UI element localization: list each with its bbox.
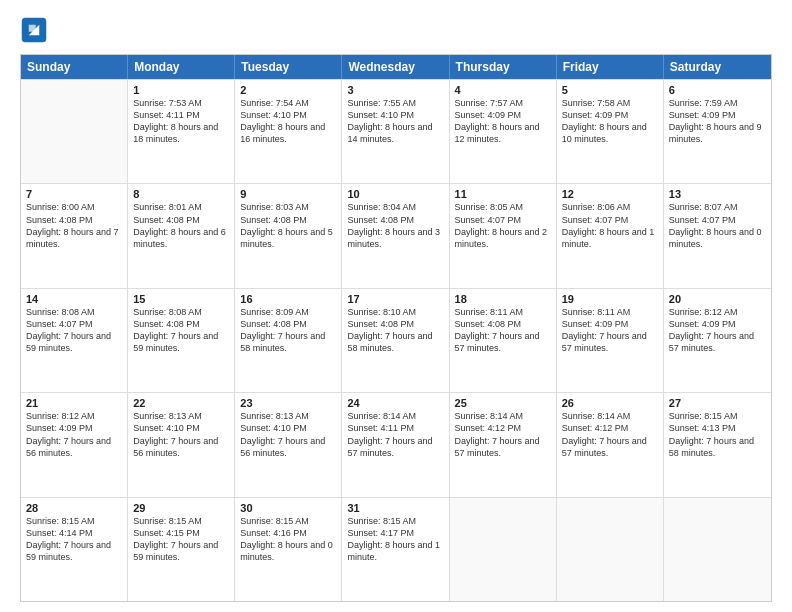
day-number: 17: [347, 293, 443, 305]
logo-icon: [20, 16, 48, 44]
day-info: Sunrise: 7:55 AMSunset: 4:10 PMDaylight:…: [347, 97, 443, 146]
day-info: Sunrise: 8:14 AMSunset: 4:12 PMDaylight:…: [455, 410, 551, 459]
calendar-cell: 5Sunrise: 7:58 AMSunset: 4:09 PMDaylight…: [557, 80, 664, 183]
day-number: 3: [347, 84, 443, 96]
calendar-cell: 27Sunrise: 8:15 AMSunset: 4:13 PMDayligh…: [664, 393, 771, 496]
day-number: 28: [26, 502, 122, 514]
calendar-row: 7Sunrise: 8:00 AMSunset: 4:08 PMDaylight…: [21, 183, 771, 287]
calendar-cell: 19Sunrise: 8:11 AMSunset: 4:09 PMDayligh…: [557, 289, 664, 392]
day-info: Sunrise: 8:15 AMSunset: 4:13 PMDaylight:…: [669, 410, 766, 459]
calendar-cell: 18Sunrise: 8:11 AMSunset: 4:08 PMDayligh…: [450, 289, 557, 392]
day-number: 31: [347, 502, 443, 514]
calendar-cell: 6Sunrise: 7:59 AMSunset: 4:09 PMDaylight…: [664, 80, 771, 183]
day-info: Sunrise: 8:09 AMSunset: 4:08 PMDaylight:…: [240, 306, 336, 355]
day-info: Sunrise: 8:13 AMSunset: 4:10 PMDaylight:…: [133, 410, 229, 459]
calendar-cell: [664, 498, 771, 601]
day-info: Sunrise: 8:14 AMSunset: 4:11 PMDaylight:…: [347, 410, 443, 459]
calendar-cell: 10Sunrise: 8:04 AMSunset: 4:08 PMDayligh…: [342, 184, 449, 287]
day-number: 4: [455, 84, 551, 96]
day-info: Sunrise: 8:03 AMSunset: 4:08 PMDaylight:…: [240, 201, 336, 250]
day-number: 26: [562, 397, 658, 409]
day-number: 5: [562, 84, 658, 96]
day-number: 24: [347, 397, 443, 409]
day-info: Sunrise: 8:11 AMSunset: 4:08 PMDaylight:…: [455, 306, 551, 355]
day-info: Sunrise: 8:04 AMSunset: 4:08 PMDaylight:…: [347, 201, 443, 250]
calendar-cell: 7Sunrise: 8:00 AMSunset: 4:08 PMDaylight…: [21, 184, 128, 287]
calendar-cell: 11Sunrise: 8:05 AMSunset: 4:07 PMDayligh…: [450, 184, 557, 287]
calendar-cell: 15Sunrise: 8:08 AMSunset: 4:08 PMDayligh…: [128, 289, 235, 392]
calendar-row: 14Sunrise: 8:08 AMSunset: 4:07 PMDayligh…: [21, 288, 771, 392]
calendar-cell: 2Sunrise: 7:54 AMSunset: 4:10 PMDaylight…: [235, 80, 342, 183]
day-number: 8: [133, 188, 229, 200]
day-number: 19: [562, 293, 658, 305]
weekday-header: Tuesday: [235, 55, 342, 79]
day-info: Sunrise: 8:15 AMSunset: 4:16 PMDaylight:…: [240, 515, 336, 564]
calendar-cell: 17Sunrise: 8:10 AMSunset: 4:08 PMDayligh…: [342, 289, 449, 392]
header: [20, 16, 772, 44]
day-number: 30: [240, 502, 336, 514]
calendar-cell: 1Sunrise: 7:53 AMSunset: 4:11 PMDaylight…: [128, 80, 235, 183]
logo: [20, 16, 52, 44]
calendar-cell: 22Sunrise: 8:13 AMSunset: 4:10 PMDayligh…: [128, 393, 235, 496]
calendar-cell: 21Sunrise: 8:12 AMSunset: 4:09 PMDayligh…: [21, 393, 128, 496]
day-info: Sunrise: 8:11 AMSunset: 4:09 PMDaylight:…: [562, 306, 658, 355]
day-info: Sunrise: 7:58 AMSunset: 4:09 PMDaylight:…: [562, 97, 658, 146]
day-info: Sunrise: 8:08 AMSunset: 4:07 PMDaylight:…: [26, 306, 122, 355]
day-info: Sunrise: 7:57 AMSunset: 4:09 PMDaylight:…: [455, 97, 551, 146]
day-number: 2: [240, 84, 336, 96]
day-info: Sunrise: 8:10 AMSunset: 4:08 PMDaylight:…: [347, 306, 443, 355]
day-number: 25: [455, 397, 551, 409]
weekday-header: Saturday: [664, 55, 771, 79]
calendar-cell: 26Sunrise: 8:14 AMSunset: 4:12 PMDayligh…: [557, 393, 664, 496]
calendar-cell: 4Sunrise: 7:57 AMSunset: 4:09 PMDaylight…: [450, 80, 557, 183]
day-info: Sunrise: 8:12 AMSunset: 4:09 PMDaylight:…: [669, 306, 766, 355]
day-info: Sunrise: 8:15 AMSunset: 4:17 PMDaylight:…: [347, 515, 443, 564]
calendar-header: SundayMondayTuesdayWednesdayThursdayFrid…: [21, 55, 771, 79]
calendar-body: 1Sunrise: 7:53 AMSunset: 4:11 PMDaylight…: [21, 79, 771, 601]
calendar-cell: 29Sunrise: 8:15 AMSunset: 4:15 PMDayligh…: [128, 498, 235, 601]
day-number: 13: [669, 188, 766, 200]
day-info: Sunrise: 8:14 AMSunset: 4:12 PMDaylight:…: [562, 410, 658, 459]
day-info: Sunrise: 8:13 AMSunset: 4:10 PMDaylight:…: [240, 410, 336, 459]
calendar-cell: 14Sunrise: 8:08 AMSunset: 4:07 PMDayligh…: [21, 289, 128, 392]
calendar-cell: 8Sunrise: 8:01 AMSunset: 4:08 PMDaylight…: [128, 184, 235, 287]
day-number: 6: [669, 84, 766, 96]
day-number: 22: [133, 397, 229, 409]
day-number: 9: [240, 188, 336, 200]
day-info: Sunrise: 8:07 AMSunset: 4:07 PMDaylight:…: [669, 201, 766, 250]
day-number: 10: [347, 188, 443, 200]
calendar-row: 21Sunrise: 8:12 AMSunset: 4:09 PMDayligh…: [21, 392, 771, 496]
day-info: Sunrise: 7:54 AMSunset: 4:10 PMDaylight:…: [240, 97, 336, 146]
calendar: SundayMondayTuesdayWednesdayThursdayFrid…: [20, 54, 772, 602]
day-info: Sunrise: 8:00 AMSunset: 4:08 PMDaylight:…: [26, 201, 122, 250]
day-number: 18: [455, 293, 551, 305]
calendar-cell: 23Sunrise: 8:13 AMSunset: 4:10 PMDayligh…: [235, 393, 342, 496]
calendar-cell: 30Sunrise: 8:15 AMSunset: 4:16 PMDayligh…: [235, 498, 342, 601]
day-info: Sunrise: 8:06 AMSunset: 4:07 PMDaylight:…: [562, 201, 658, 250]
weekday-header: Wednesday: [342, 55, 449, 79]
day-number: 14: [26, 293, 122, 305]
calendar-cell: 12Sunrise: 8:06 AMSunset: 4:07 PMDayligh…: [557, 184, 664, 287]
day-info: Sunrise: 8:01 AMSunset: 4:08 PMDaylight:…: [133, 201, 229, 250]
weekday-header: Thursday: [450, 55, 557, 79]
day-number: 1: [133, 84, 229, 96]
day-info: Sunrise: 8:05 AMSunset: 4:07 PMDaylight:…: [455, 201, 551, 250]
day-info: Sunrise: 8:15 AMSunset: 4:15 PMDaylight:…: [133, 515, 229, 564]
calendar-cell: 24Sunrise: 8:14 AMSunset: 4:11 PMDayligh…: [342, 393, 449, 496]
day-number: 20: [669, 293, 766, 305]
day-number: 12: [562, 188, 658, 200]
weekday-header: Friday: [557, 55, 664, 79]
calendar-cell: 16Sunrise: 8:09 AMSunset: 4:08 PMDayligh…: [235, 289, 342, 392]
calendar-cell: 20Sunrise: 8:12 AMSunset: 4:09 PMDayligh…: [664, 289, 771, 392]
day-number: 16: [240, 293, 336, 305]
day-info: Sunrise: 8:15 AMSunset: 4:14 PMDaylight:…: [26, 515, 122, 564]
calendar-cell: 31Sunrise: 8:15 AMSunset: 4:17 PMDayligh…: [342, 498, 449, 601]
weekday-header: Monday: [128, 55, 235, 79]
calendar-cell: 28Sunrise: 8:15 AMSunset: 4:14 PMDayligh…: [21, 498, 128, 601]
day-info: Sunrise: 8:12 AMSunset: 4:09 PMDaylight:…: [26, 410, 122, 459]
day-info: Sunrise: 7:53 AMSunset: 4:11 PMDaylight:…: [133, 97, 229, 146]
day-info: Sunrise: 8:08 AMSunset: 4:08 PMDaylight:…: [133, 306, 229, 355]
day-info: Sunrise: 7:59 AMSunset: 4:09 PMDaylight:…: [669, 97, 766, 146]
calendar-cell: 25Sunrise: 8:14 AMSunset: 4:12 PMDayligh…: [450, 393, 557, 496]
calendar-cell: 3Sunrise: 7:55 AMSunset: 4:10 PMDaylight…: [342, 80, 449, 183]
